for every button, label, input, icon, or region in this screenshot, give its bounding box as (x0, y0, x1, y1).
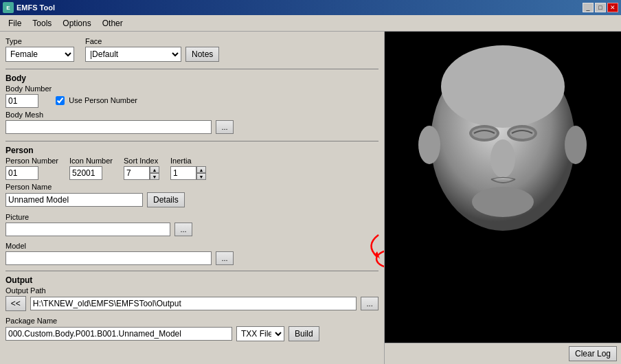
menu-options[interactable]: Options (57, 17, 96, 30)
inertia-input[interactable] (170, 166, 196, 180)
main-layout: Type Female Face |Default Notes Body Bod (0, 32, 621, 364)
type-select[interactable]: Female (5, 47, 74, 62)
app-icon: E (3, 2, 14, 13)
use-person-number-label: Use Person Number (69, 96, 137, 104)
txx-file-select[interactable]: TXX File (236, 326, 284, 341)
separator-3 (5, 271, 379, 271)
type-label: Type (5, 37, 74, 45)
separator-2 (5, 141, 379, 141)
sort-index-spinner: ▲ ▼ (150, 166, 159, 180)
separator-1 (5, 69, 379, 69)
inertia-down[interactable]: ▼ (196, 173, 206, 180)
model-input[interactable] (5, 251, 212, 265)
model-label: Model (5, 242, 379, 250)
use-person-number-checkbox[interactable] (56, 96, 65, 105)
sort-index-down[interactable]: ▼ (150, 173, 159, 180)
output-section-label: Output (5, 275, 379, 285)
person-number-label: Person Number (5, 157, 58, 165)
maximize-button[interactable]: □ (595, 3, 606, 12)
preview-area (385, 32, 621, 343)
left-panel: Type Female Face |Default Notes Body Bod (0, 32, 385, 364)
svg-point-6 (472, 128, 497, 139)
icon-number-input[interactable] (69, 166, 102, 180)
menu-tools[interactable]: Tools (27, 17, 57, 30)
face-preview-svg (385, 32, 621, 364)
notes-button[interactable]: Notes (185, 47, 219, 62)
svg-point-8 (510, 128, 534, 139)
type-section: Type Female (5, 37, 74, 62)
svg-point-11 (565, 126, 587, 164)
face-label: Face (85, 37, 219, 45)
person-name-input[interactable] (5, 193, 143, 207)
output-path-input[interactable] (30, 297, 357, 310)
icon-number-label: Icon Number (69, 157, 113, 165)
double-arrow-button[interactable]: << (5, 296, 26, 311)
sort-index-label: Sort Index (124, 157, 159, 165)
menu-bar: File Tools Options Other (0, 15, 621, 32)
window-controls: _ □ ✕ (583, 3, 618, 12)
face-select[interactable]: |Default (85, 47, 181, 62)
menu-other[interactable]: Other (97, 17, 128, 30)
details-button[interactable]: Details (147, 192, 185, 207)
sort-index-up[interactable]: ▲ (150, 166, 159, 173)
menu-file[interactable]: File (3, 17, 27, 30)
svg-point-10 (418, 126, 440, 164)
person-name-label: Person Name (5, 183, 379, 191)
body-number-label: Body Number (5, 84, 52, 93)
app-title: EMFS Tool (16, 3, 55, 12)
minimize-button[interactable]: _ (583, 3, 594, 12)
body-mesh-input[interactable] (5, 120, 212, 134)
sort-index-input[interactable] (124, 166, 150, 180)
svg-point-4 (490, 139, 515, 178)
output-path-browse-button[interactable]: ... (361, 297, 379, 310)
person-number-input[interactable] (5, 166, 38, 180)
svg-point-3 (441, 45, 565, 128)
package-name-label: Package Name (5, 317, 379, 325)
title-bar: E EMFS Tool _ □ ✕ (0, 0, 621, 15)
inertia-up[interactable]: ▲ (196, 166, 206, 173)
picture-browse-button[interactable]: ... (174, 223, 192, 236)
inertia-label: Inertia (170, 157, 206, 165)
model-browse-button[interactable]: ... (216, 251, 234, 265)
body-mesh-browse-button[interactable]: ... (216, 120, 234, 134)
body-number-input[interactable] (5, 94, 38, 108)
build-button[interactable]: Build (289, 326, 319, 341)
picture-input[interactable] (5, 223, 170, 236)
inertia-spinner: ▲ ▼ (196, 166, 206, 180)
close-button[interactable]: ✕ (607, 3, 618, 12)
body-section-label: Body (5, 73, 379, 83)
picture-label: Picture (5, 213, 379, 221)
person-section-label: Person (5, 146, 379, 155)
svg-point-9 (472, 187, 534, 217)
face-section: Face |Default Notes (85, 37, 219, 65)
body-mesh-label: Body Mesh (5, 111, 379, 119)
right-panel: Clear Log (385, 32, 621, 364)
package-name-input[interactable] (5, 327, 232, 341)
output-path-label: Output Path (5, 286, 379, 295)
